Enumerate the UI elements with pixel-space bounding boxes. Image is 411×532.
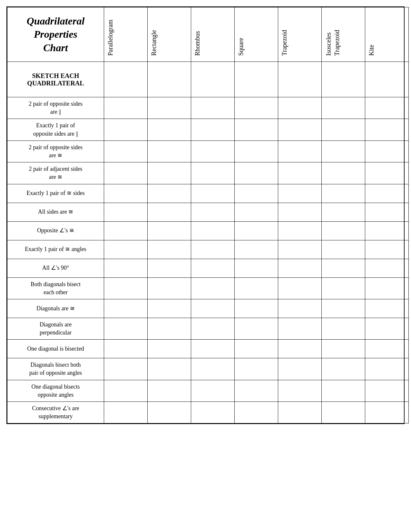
data-cell-row8-col5 xyxy=(322,240,365,259)
data-cell-row7-col1 xyxy=(148,221,191,240)
data-cell-row0-col2 xyxy=(191,62,235,97)
data-cell-row6-col3 xyxy=(235,203,278,221)
data-cell-row8-col4 xyxy=(278,240,322,259)
data-cell-row11-col6 xyxy=(365,299,409,318)
data-cell-row8-col3 xyxy=(235,240,278,259)
data-cell-row3-col2 xyxy=(191,140,235,162)
col-header-isosceles-trapezoid: IsoscelesTrapezoid xyxy=(322,7,365,62)
data-cell-row4-col1 xyxy=(148,162,191,184)
data-cell-row3-col4 xyxy=(278,140,322,162)
data-cell-row9-col1 xyxy=(148,259,191,277)
data-cell-row14-col3 xyxy=(235,358,278,380)
data-cell-row16-col2 xyxy=(191,402,235,423)
data-cell-row15-col1 xyxy=(148,380,191,401)
data-cell-row2-col2 xyxy=(191,119,235,140)
data-cell-row0-col0 xyxy=(104,62,148,97)
row-label-4: 2 pair of adjacent sidesare ≅ xyxy=(7,162,104,184)
row-label-15: One diagonal bisectsopposite angles xyxy=(7,380,104,401)
data-cell-row15-col0 xyxy=(104,380,148,401)
data-cell-row13-col2 xyxy=(191,340,235,358)
data-cell-row1-col1 xyxy=(148,97,191,119)
data-cell-row6-col4 xyxy=(278,203,322,221)
data-cell-row3-col0 xyxy=(104,140,148,162)
data-cell-row9-col6 xyxy=(365,259,409,277)
row-label-14: Diagonals bisect bothpair of opposite an… xyxy=(7,358,104,380)
data-cell-row13-col3 xyxy=(235,340,278,358)
data-cell-row15-col4 xyxy=(278,380,322,401)
data-cell-row16-col3 xyxy=(235,402,278,423)
data-cell-row11-col3 xyxy=(235,299,278,318)
data-cell-row14-col0 xyxy=(104,358,148,380)
data-cell-row5-col2 xyxy=(191,184,235,203)
row-label-0: SKETCH EACHQUADRILATERAL xyxy=(7,62,104,97)
data-cell-row2-col3 xyxy=(235,119,278,140)
data-cell-row6-col1 xyxy=(148,203,191,221)
data-cell-row12-col3 xyxy=(235,318,278,339)
data-cell-row15-col6 xyxy=(365,380,409,401)
data-cell-row16-col5 xyxy=(322,402,365,423)
data-cell-row1-col0 xyxy=(104,97,148,119)
col-header-rhombus: Rhombus xyxy=(191,7,235,62)
data-cell-row10-col0 xyxy=(104,277,148,299)
row-label-2: Exactly 1 pair ofopposite sides are || xyxy=(7,119,104,140)
data-cell-row14-col5 xyxy=(322,358,365,380)
row-label-10: Both diagonals bisecteach other xyxy=(7,277,104,299)
chart-container: Quadrilateral Properties Chart Parallelo… xyxy=(6,6,405,424)
data-cell-row11-col4 xyxy=(278,299,322,318)
data-cell-row10-col6 xyxy=(365,277,409,299)
row-label-16: Consecutive ∠'s aresupplementary xyxy=(7,402,104,423)
data-cell-row10-col3 xyxy=(235,277,278,299)
data-cell-row0-col6 xyxy=(365,62,409,97)
data-cell-row5-col0 xyxy=(104,184,148,203)
data-cell-row8-col2 xyxy=(191,240,235,259)
chart-title: Quadrilateral Properties Chart xyxy=(7,7,104,62)
row-label-5: Exactly 1 pair of ≅ sides xyxy=(7,184,104,203)
data-cell-row1-col4 xyxy=(278,97,322,119)
col-header-trapezoid: Trapezoid xyxy=(278,7,322,62)
data-cell-row16-col6 xyxy=(365,402,409,423)
data-cell-row11-col0 xyxy=(104,299,148,318)
data-cell-row13-col0 xyxy=(104,340,148,358)
data-cell-row11-col1 xyxy=(148,299,191,318)
data-cell-row14-col1 xyxy=(148,358,191,380)
data-cell-row9-col2 xyxy=(191,259,235,277)
row-label-1: 2 pair of opposite sidesare || xyxy=(7,97,104,119)
data-cell-row2-col1 xyxy=(148,119,191,140)
data-cell-row6-col0 xyxy=(104,203,148,221)
data-cell-row2-col6 xyxy=(365,119,409,140)
data-cell-row10-col4 xyxy=(278,277,322,299)
data-cell-row7-col5 xyxy=(322,221,365,240)
data-cell-row12-col2 xyxy=(191,318,235,339)
row-label-7: Opposite ∠'s ≅ xyxy=(7,221,104,240)
data-cell-row10-col1 xyxy=(148,277,191,299)
data-cell-row5-col3 xyxy=(235,184,278,203)
data-cell-row5-col6 xyxy=(365,184,409,203)
data-cell-row2-col0 xyxy=(104,119,148,140)
data-cell-row3-col3 xyxy=(235,140,278,162)
data-cell-row1-col3 xyxy=(235,97,278,119)
data-cell-row4-col3 xyxy=(235,162,278,184)
data-cell-row6-col5 xyxy=(322,203,365,221)
data-cell-row12-col5 xyxy=(322,318,365,339)
data-cell-row7-col2 xyxy=(191,221,235,240)
data-cell-row12-col0 xyxy=(104,318,148,339)
data-cell-row0-col3 xyxy=(235,62,278,97)
data-cell-row13-col1 xyxy=(148,340,191,358)
data-cell-row11-col2 xyxy=(191,299,235,318)
data-cell-row7-col0 xyxy=(104,221,148,240)
data-cell-row2-col4 xyxy=(278,119,322,140)
row-label-13: One diagonal is bisected xyxy=(7,340,104,358)
data-cell-row9-col4 xyxy=(278,259,322,277)
data-cell-row12-col4 xyxy=(278,318,322,339)
col-header-kite: Kite xyxy=(365,7,409,62)
data-cell-row8-col1 xyxy=(148,240,191,259)
data-cell-row11-col5 xyxy=(322,299,365,318)
data-cell-row4-col0 xyxy=(104,162,148,184)
col-header-square: Square xyxy=(235,7,278,62)
row-label-6: All sides are ≅ xyxy=(7,203,104,221)
data-cell-row5-col4 xyxy=(278,184,322,203)
row-label-9: All ∠'s 90° xyxy=(7,259,104,277)
data-cell-row5-col5 xyxy=(322,184,365,203)
data-cell-row1-col6 xyxy=(365,97,409,119)
data-cell-row16-col0 xyxy=(104,402,148,423)
